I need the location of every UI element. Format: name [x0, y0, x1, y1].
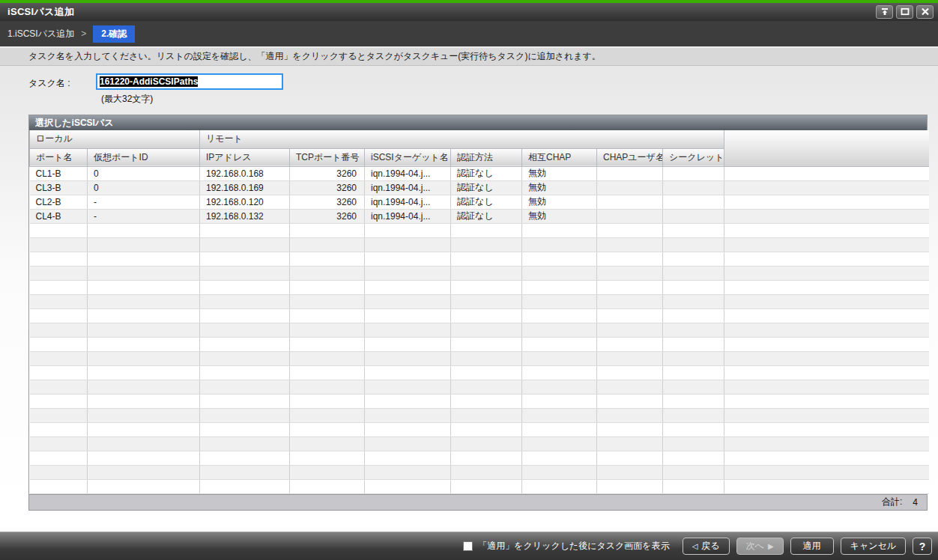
cell-filler: [724, 166, 929, 180]
next-arrow-icon: ▶: [768, 543, 774, 550]
cell-auth-method: 認証なし: [451, 209, 522, 223]
cell-auth-method: 認証なし: [451, 166, 522, 180]
cell-virtual-port-id: 0: [88, 166, 200, 180]
instruction-text: タスク名を入力してください。リストの設定を確認し、「適用」をクリックするとタスク…: [28, 50, 601, 63]
task-name-hint: (最大32文字): [101, 93, 928, 106]
table-footer: 合計: 4: [29, 494, 927, 510]
task-name-row: タスク名 : 161220-AddiSCSIPaths: [28, 73, 928, 90]
window-close-button[interactable]: [916, 5, 934, 19]
window-maximize-button[interactable]: [896, 5, 913, 19]
cell-mutual-chap: 無効: [522, 209, 597, 223]
instruction-bar: タスク名を入力してください。リストの設定を確認し、「適用」をクリックするとタスク…: [0, 48, 938, 66]
rollup-icon: [880, 5, 889, 19]
cancel-button[interactable]: キャンセル: [841, 538, 906, 555]
window-controls: [876, 5, 934, 19]
cell-chap-user: [597, 195, 663, 209]
group-header-local: ローカル: [30, 130, 200, 148]
group-header-remote: リモート: [200, 130, 724, 148]
help-button[interactable]: ?: [913, 538, 932, 555]
col-header-iscsi-target-name[interactable]: iSCSIターゲット名: [365, 148, 451, 166]
table-row-empty: [30, 465, 929, 479]
table-row-empty: [30, 280, 929, 294]
dialog-title: iSCSIパス追加: [7, 5, 876, 19]
table-row-empty: [30, 479, 929, 493]
table-row-empty: [30, 266, 929, 280]
cell-port-name: CL3-B: [30, 180, 88, 195]
cancel-button-label: キャンセル: [850, 540, 896, 553]
selected-iscsi-paths-table: 選択したiSCSIパス ローカル リモート ポート名 仮想ポートID IPアドレ…: [28, 115, 928, 511]
table-row-empty: [30, 223, 929, 237]
cell-secret: [663, 209, 724, 223]
col-header-auth-method[interactable]: 認証方法: [451, 148, 522, 166]
cell-tcp-port: 3260: [290, 166, 365, 180]
cell-secret: [663, 195, 724, 209]
main-content: タスク名 : 161220-AddiSCSIPaths (最大32文字) 選択し…: [0, 66, 938, 532]
cell-auth-method: 認証なし: [451, 180, 522, 195]
table-row-empty: [30, 451, 929, 465]
cell-port-name: CL2-B: [30, 195, 88, 209]
cell-filler: [724, 180, 929, 195]
col-header-tcp-port[interactable]: TCPポート番号: [290, 148, 365, 166]
table-row-empty: [30, 408, 929, 422]
next-button-label: 次へ: [746, 540, 764, 553]
col-header-ip-address[interactable]: IPアドレス: [200, 148, 290, 166]
task-name-value-selected: 161220-AddiSCSIPaths: [100, 76, 198, 87]
cell-tcp-port: 3260: [290, 195, 365, 209]
cell-virtual-port-id: -: [88, 209, 200, 223]
table-row-empty: [30, 308, 929, 323]
table-row-empty: [30, 365, 929, 380]
back-button[interactable]: ◁ 戻る: [683, 538, 730, 555]
back-arrow-icon: ◁: [692, 543, 698, 550]
table-title: 選択したiSCSIパス: [29, 115, 927, 130]
show-task-screen-checkbox[interactable]: [463, 541, 473, 551]
cell-tcp-port: 3260: [290, 180, 365, 195]
show-task-screen-label: 「適用」をクリックした後にタスク画面を表示: [478, 540, 669, 553]
col-header-secret[interactable]: シークレット: [663, 148, 724, 166]
wizard-step-2-active: 2.確認: [93, 25, 135, 43]
maximize-icon: [901, 5, 910, 19]
cell-mutual-chap: 無効: [522, 180, 597, 195]
table-row-empty: [30, 252, 929, 266]
col-header-port-name[interactable]: ポート名: [30, 148, 88, 166]
next-button[interactable]: 次へ ▶: [736, 538, 784, 555]
table-row-empty: [30, 351, 929, 365]
cell-iscsi-target-name: iqn.1994-04.j...: [365, 195, 451, 209]
table-body: CL1-B 0 192.168.0.168 3260 iqn.1994-04.j…: [30, 166, 929, 493]
cell-chap-user: [597, 166, 663, 180]
table-row-empty: [30, 436, 929, 451]
cell-iscsi-target-name: iqn.1994-04.j...: [365, 166, 451, 180]
cell-port-name: CL1-B: [30, 166, 88, 180]
group-header-filler: [724, 130, 929, 166]
window-rollup-button[interactable]: [876, 5, 893, 19]
task-name-input[interactable]: 161220-AddiSCSIPaths: [96, 73, 283, 90]
help-icon: ?: [919, 541, 926, 553]
cell-mutual-chap: 無効: [522, 166, 597, 180]
table-row[interactable]: CL3-B 0 192.168.0.169 3260 iqn.1994-04.j…: [30, 180, 929, 195]
col-header-mutual-chap[interactable]: 相互CHAP: [522, 148, 597, 166]
apply-button[interactable]: 適用: [790, 538, 834, 555]
apply-button-label: 適用: [803, 540, 821, 553]
cell-filler: [724, 209, 929, 223]
cell-ip-address: 192.168.0.120: [200, 195, 290, 209]
col-header-virtual-port-id[interactable]: 仮想ポートID: [88, 148, 200, 166]
total-label: 合計:: [882, 496, 902, 508]
cell-ip-address: 192.168.0.169: [200, 180, 290, 195]
table-row[interactable]: CL4-B - 192.168.0.132 3260 iqn.1994-04.j…: [30, 209, 929, 223]
table-row-empty: [30, 394, 929, 408]
table-row-empty: [30, 323, 929, 337]
table-row[interactable]: CL1-B 0 192.168.0.168 3260 iqn.1994-04.j…: [30, 166, 929, 180]
cell-ip-address: 192.168.0.168: [200, 166, 290, 180]
col-header-chap-user[interactable]: CHAPユーザ名: [597, 148, 663, 166]
wizard-step-1: 1.iSCSIパス追加: [7, 28, 74, 40]
close-icon: [921, 5, 930, 19]
table-row-empty: [30, 422, 929, 436]
breadcrumb-separator-icon: >: [81, 28, 86, 39]
cell-chap-user: [597, 180, 663, 195]
cell-filler: [724, 195, 929, 209]
table-row-empty: [30, 337, 929, 351]
table-row-empty: [30, 237, 929, 252]
cell-tcp-port: 3260: [290, 209, 365, 223]
cell-iscsi-target-name: iqn.1994-04.j...: [365, 209, 451, 223]
table-row[interactable]: CL2-B - 192.168.0.120 3260 iqn.1994-04.j…: [30, 195, 929, 209]
dialog-titlebar: iSCSIパス追加: [0, 3, 938, 21]
